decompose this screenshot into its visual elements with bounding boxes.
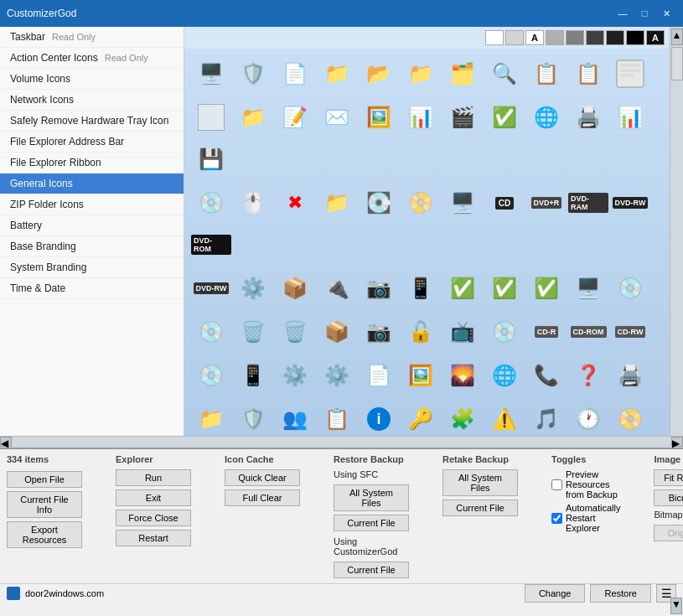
- icon-cell[interactable]: ✅: [484, 97, 525, 137]
- icon-cell[interactable]: 💿: [191, 355, 231, 396]
- icon-cell[interactable]: 🔑: [401, 399, 441, 436]
- restore-cg-current-button[interactable]: Current File: [334, 562, 409, 578]
- swatch-mid1[interactable]: [546, 30, 564, 45]
- icon-cell[interactable]: ❓: [568, 355, 608, 396]
- sidebar-item[interactable]: File Explorer Ribbon: [0, 153, 184, 173]
- icon-cell[interactable]: ⚠️: [484, 399, 525, 436]
- icon-cell[interactable]: 🔍: [484, 54, 525, 94]
- sidebar-item[interactable]: File Explorer Address Bar: [0, 132, 184, 153]
- sidebar-item[interactable]: General Icons: [0, 173, 184, 194]
- sidebar-item[interactable]: Safely Remove Hardware Tray Icon: [0, 111, 184, 132]
- icon-cell[interactable]: ✖: [275, 183, 315, 223]
- icon-cell[interactable]: 📋: [526, 54, 567, 94]
- icon-cell[interactable]: ⚙️: [275, 355, 315, 396]
- icon-cell[interactable]: 📱: [401, 268, 441, 308]
- icon-cell[interactable]: 📱: [233, 355, 273, 396]
- icon-cell[interactable]: 📺: [442, 312, 483, 352]
- icon-cell[interactable]: CD: [484, 183, 525, 223]
- icon-cell[interactable]: 📁: [233, 97, 273, 137]
- icon-cell[interactable]: 📷: [359, 268, 399, 308]
- icon-cell[interactable]: 📋: [317, 399, 357, 436]
- full-clear-button[interactable]: Full Clear: [225, 489, 300, 506]
- icon-cell[interactable]: 💽: [359, 183, 399, 223]
- icon-cell[interactable]: 📄: [275, 54, 315, 94]
- icon-cell[interactable]: 🌐: [526, 97, 567, 137]
- bicubic-button[interactable]: Bicubic: [654, 489, 683, 506]
- icon-cell[interactable]: ✅: [526, 268, 567, 308]
- icon-cell[interactable]: 🔓: [401, 312, 441, 352]
- icon-cell[interactable]: 🗑️: [233, 312, 273, 352]
- icon-cell[interactable]: DVD+R: [526, 183, 567, 223]
- icon-cell[interactable]: 📁: [317, 183, 357, 223]
- icon-cell[interactable]: 🎵: [526, 399, 567, 436]
- icon-cell[interactable]: [191, 97, 231, 137]
- swatch-a-dark[interactable]: A: [646, 30, 665, 45]
- sidebar-item[interactable]: TaskbarRead Only: [0, 27, 184, 48]
- sidebar-item[interactable]: Base Branding: [0, 236, 184, 257]
- fit-resize-button[interactable]: Fit Resi...: [654, 469, 683, 486]
- exit-button[interactable]: Exit: [116, 489, 191, 506]
- icon-cell[interactable]: 🖥️: [568, 268, 608, 308]
- force-close-button[interactable]: Force Close: [116, 510, 191, 526]
- retake-all-button[interactable]: All System Files: [442, 469, 518, 496]
- icon-cell[interactable]: 🌐: [484, 355, 525, 396]
- icon-cell[interactable]: DVD-RW: [610, 183, 650, 223]
- icon-cell[interactable]: 📁: [317, 54, 357, 94]
- icon-cell[interactable]: ✅: [484, 268, 525, 308]
- export-resources-button[interactable]: Export Resources: [7, 521, 82, 548]
- scrollbar-horizontal[interactable]: ◀ ▶: [0, 436, 683, 448]
- swatch-light[interactable]: [505, 30, 524, 45]
- icon-cell[interactable]: 📊: [401, 97, 441, 137]
- change-button[interactable]: Change: [525, 584, 586, 603]
- restore-current-sfc-button[interactable]: Current File: [334, 515, 409, 531]
- icon-cell[interactable]: 🖨️: [610, 355, 650, 396]
- run-button[interactable]: Run: [116, 469, 191, 486]
- icon-cell[interactable]: DVD-ROM: [191, 225, 231, 265]
- bitmap-original-button[interactable]: Original: [654, 525, 683, 541]
- preview-resources-checkbox[interactable]: [551, 479, 562, 490]
- icon-cell[interactable]: 🖨️: [568, 97, 608, 137]
- restart-button[interactable]: Restart: [116, 530, 191, 546]
- icon-cell[interactable]: 🔌: [317, 268, 357, 308]
- icon-cell[interactable]: ⚙️: [233, 268, 273, 308]
- icon-cell[interactable]: 🗂️: [442, 54, 483, 94]
- icon-cell[interactable]: 📀: [401, 183, 441, 223]
- icon-cell[interactable]: ✅: [442, 268, 483, 308]
- current-file-info-button[interactable]: Current File Info: [7, 491, 82, 518]
- sidebar-item[interactable]: ZIP Folder Icons: [0, 194, 184, 215]
- swatch-a-light[interactable]: A: [525, 30, 544, 45]
- swatch-white[interactable]: [485, 30, 504, 45]
- auto-restart-checkbox[interactable]: [551, 513, 562, 524]
- icon-cell[interactable]: DVD-RW: [191, 268, 231, 308]
- icon-cell[interactable]: i: [359, 399, 399, 436]
- icon-cell[interactable]: 📂: [359, 54, 399, 94]
- icon-cell[interactable]: 🖥️: [442, 183, 483, 223]
- quick-clear-button[interactable]: Quick Clear: [225, 469, 300, 486]
- retake-current-button[interactable]: Current File: [442, 500, 518, 516]
- icon-cell[interactable]: 👥: [275, 399, 315, 436]
- icon-cell[interactable]: ⚙️: [317, 355, 357, 396]
- icon-cell[interactable]: 🗑️: [275, 312, 315, 352]
- sidebar-item[interactable]: Battery: [0, 215, 184, 236]
- icon-cell[interactable]: 🧩: [442, 399, 483, 436]
- icon-cell[interactable]: 📄: [359, 355, 399, 396]
- icon-cell[interactable]: 🎬: [442, 97, 483, 137]
- icon-cell[interactable]: 📊: [610, 97, 650, 137]
- icon-cell[interactable]: 🖥️: [191, 54, 231, 94]
- icon-cell[interactable]: 💿: [191, 312, 231, 352]
- icon-cell[interactable]: 📋: [568, 54, 608, 94]
- icon-cell[interactable]: 🕐: [568, 399, 608, 436]
- sidebar-item[interactable]: Volume Icons: [0, 69, 184, 90]
- swatch-dark2[interactable]: [606, 30, 624, 45]
- icon-cell[interactable]: 🛡️: [233, 54, 273, 94]
- swatch-mid2[interactable]: [566, 30, 584, 45]
- icon-cell[interactable]: CD-ROM: [568, 312, 608, 352]
- icon-cell[interactable]: 🖱️: [233, 183, 273, 223]
- icon-cell[interactable]: 💾: [191, 139, 231, 179]
- icon-cell[interactable]: 📦: [275, 268, 315, 308]
- icon-cell[interactable]: 📁: [191, 399, 231, 436]
- swatch-black[interactable]: [626, 30, 644, 45]
- sidebar-item[interactable]: Time & Date: [0, 278, 184, 299]
- restore-final-button[interactable]: Restore: [590, 584, 651, 603]
- icon-cell[interactable]: 💿: [610, 268, 650, 308]
